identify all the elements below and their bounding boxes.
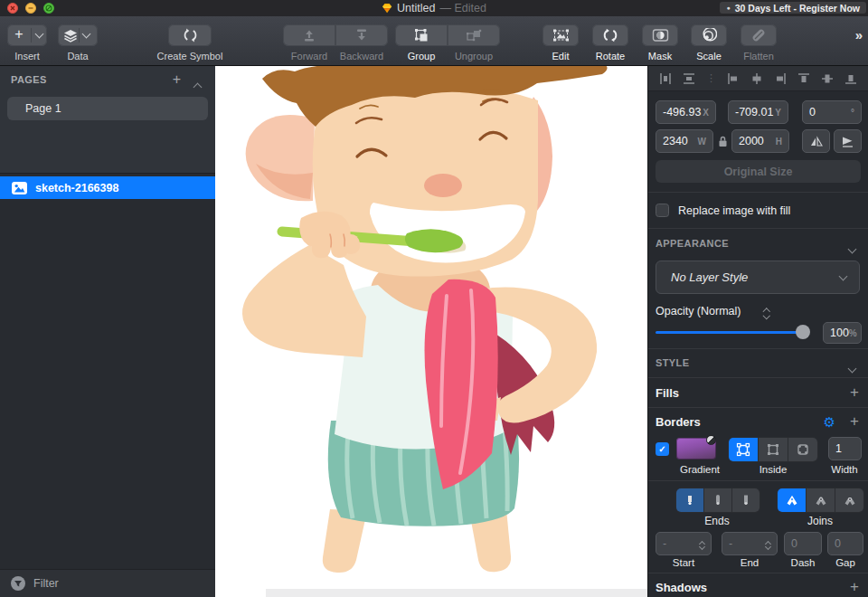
layer-list-sidebar: PAGES + Page 1 sketch-2166398 Filter (0, 66, 215, 597)
width-field[interactable]: 2340 W (656, 129, 713, 153)
lock-aspect-icon[interactable] (718, 136, 728, 147)
dash-value: 0 (791, 537, 797, 550)
ends-label: Ends (704, 515, 729, 527)
opacity-value: 100 (830, 327, 849, 339)
align-center-horizontal-icon[interactable] (750, 72, 763, 85)
align-middle-vertical-icon[interactable] (821, 72, 834, 85)
titlebar: Untitled — Edited ● 30 Days Left - Regis… (0, 0, 868, 17)
layer-list-item-selected[interactable]: sketch-2166398 (0, 176, 215, 199)
flatten-icon (751, 28, 766, 43)
opacity-slider-knob[interactable] (796, 325, 810, 339)
dash-field[interactable]: 0 (784, 532, 822, 555)
border-position-inside-button[interactable] (729, 438, 759, 461)
flip-vertical-button[interactable] (834, 129, 862, 153)
ungroup-button[interactable] (448, 24, 500, 46)
border-center-icon (766, 442, 780, 457)
align-top-icon[interactable] (797, 72, 810, 85)
divider (648, 228, 868, 229)
border-enabled-checkbox[interactable]: ✓ (656, 442, 669, 456)
add-fill-button[interactable]: + (850, 384, 859, 400)
original-size-button[interactable]: Original Size (656, 160, 861, 183)
add-shadow-button[interactable]: + (850, 579, 859, 594)
height-field[interactable]: 2000 H (731, 129, 789, 153)
y-value: -709.01 (735, 106, 773, 118)
rotation-field[interactable]: 0 ° (802, 100, 862, 124)
flatten-button[interactable] (741, 24, 777, 46)
close-window-button[interactable] (7, 3, 18, 14)
end-cap-square-button[interactable] (732, 488, 760, 512)
y-position-field[interactable]: -709.01 Y (728, 100, 788, 124)
join-miter-button[interactable] (778, 488, 807, 512)
distribute-vertical-icon[interactable] (683, 72, 695, 85)
shadows-section-header: Shadows + (648, 579, 868, 597)
data-button[interactable] (58, 24, 98, 46)
trial-badge[interactable]: ● 30 Days Left - Register Now (720, 2, 866, 14)
borders-section-header: Borders ⚙ + (648, 413, 868, 433)
size-row: 2340 W 2000 H (648, 129, 868, 153)
replace-image-label: Replace image with fill (678, 204, 790, 217)
layer-style-dropdown[interactable]: No Layer Style (656, 261, 860, 294)
canvas-illustration[interactable] (215, 66, 647, 597)
line-joins-segment (777, 488, 864, 513)
scale-button[interactable] (691, 24, 727, 46)
join-round-button[interactable] (807, 488, 835, 512)
layer-filter-bar[interactable]: Filter (0, 569, 215, 597)
gap-field[interactable]: 0 (827, 532, 863, 555)
x-position-field[interactable]: -496.93 X (656, 100, 716, 124)
arrow-start-field[interactable]: - (656, 532, 712, 555)
ends-joins-labels: Ends Joins (648, 515, 868, 527)
create-symbol-button[interactable] (168, 24, 212, 46)
flip-horizontal-button[interactable] (802, 129, 830, 153)
end-cap-round-button[interactable] (704, 488, 732, 512)
arrow-end-field[interactable]: - (722, 532, 778, 555)
end-cap-butt-button[interactable] (676, 488, 704, 512)
start-stepper (700, 539, 704, 549)
square-cap-icon (740, 494, 752, 507)
chevron-down-icon (849, 359, 855, 375)
border-position-outside-button[interactable] (788, 438, 817, 461)
group-button[interactable] (395, 24, 448, 46)
align-left-icon[interactable] (727, 72, 740, 85)
insert-button[interactable]: + (7, 24, 47, 46)
x-suffix: X (703, 108, 709, 118)
align-bottom-icon[interactable] (844, 72, 857, 85)
create-symbol-tool: Create Symbol (145, 24, 235, 62)
edit-tool: Edit (541, 24, 580, 62)
style-title: STYLE (656, 357, 689, 368)
style-section-header[interactable]: STYLE (648, 355, 868, 372)
mask-button[interactable] (642, 24, 678, 46)
border-width-field[interactable]: 1 (828, 437, 862, 460)
edit-button[interactable] (542, 24, 579, 46)
rotate-button[interactable] (592, 24, 628, 46)
sketch-document-icon (382, 3, 392, 14)
forward-button[interactable] (283, 24, 335, 46)
appearance-section-header[interactable]: APPEARANCE (648, 236, 868, 252)
add-border-button[interactable]: + (850, 413, 859, 429)
zoom-window-button[interactable] (43, 3, 54, 14)
backward-button[interactable] (335, 24, 388, 46)
page-list-item[interactable]: Page 1 (7, 97, 208, 120)
pages-title: PAGES (11, 74, 47, 85)
toolbar-overflow-button[interactable]: » (855, 27, 863, 43)
borders-title: Borders (656, 415, 701, 429)
border-position-center-button[interactable] (759, 438, 788, 461)
border-position-segment (728, 437, 818, 462)
add-page-button[interactable]: + (173, 71, 181, 88)
pattern-toggle-icon[interactable] (706, 435, 716, 445)
minimize-window-button[interactable] (25, 3, 36, 14)
close-icon (10, 5, 15, 11)
collapse-pages-button[interactable] (194, 78, 201, 94)
border-settings-gear-icon[interactable]: ⚙ (824, 414, 835, 431)
align-right-icon[interactable] (774, 72, 787, 85)
replace-image-checkbox[interactable] (656, 204, 669, 217)
gap-value: 0 (835, 537, 841, 550)
join-bevel-button[interactable] (835, 488, 863, 512)
opacity-slider-track[interactable] (656, 331, 807, 334)
opacity-slider-row: 100 % (648, 322, 868, 346)
distribute-horizontal-icon[interactable] (659, 72, 672, 85)
blend-mode-stepper[interactable] (764, 307, 769, 317)
canvas[interactable] (215, 66, 647, 597)
border-inside-icon (736, 442, 750, 457)
border-width-label: Width (831, 464, 857, 475)
opacity-value-field[interactable]: 100 % (823, 322, 862, 344)
